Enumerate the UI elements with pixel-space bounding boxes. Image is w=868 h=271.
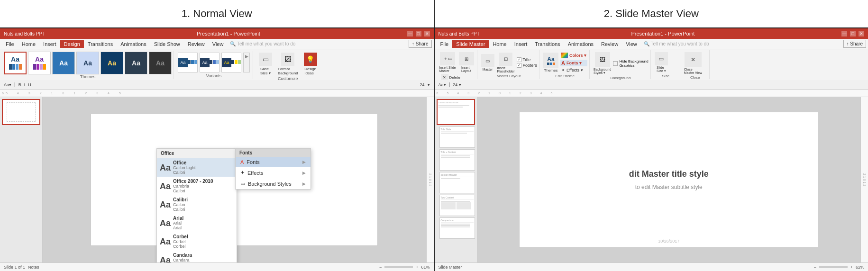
sm-tab-view[interactable]: View: [622, 40, 641, 48]
submenu-bgstyles-item[interactable]: ▭ Background Styles ▶: [236, 178, 311, 189]
variant-colors[interactable]: ▶: [243, 53, 250, 72]
slide-area-left: 1 Office Aa Office: [0, 97, 434, 262]
effects-icon-sm: ✦: [561, 68, 565, 72]
close-btn-left[interactable]: ✕: [424, 31, 430, 36]
hide-background-checkbox[interactable]: Hide BackgroundGraphics: [613, 59, 648, 68]
zoom-in-btn-left[interactable]: +: [416, 265, 418, 270]
share-btn-left[interactable]: ↑ Share: [409, 40, 431, 48]
titlebar-right: Nuts and Bolts PPT Presentation1 - Power…: [435, 28, 868, 39]
tab-slideshow-left[interactable]: Slide Show: [150, 40, 184, 48]
submenu-effects-item[interactable]: ✦ Effects ▶: [236, 167, 311, 178]
sm-slide-master-thumb[interactable]: Click to edit Master title: [437, 99, 475, 125]
font-item-office[interactable]: Aa Office Calibri Light Calibri: [157, 158, 237, 177]
edit-theme-label: Edit Theme: [542, 74, 587, 78]
font-item-calibri[interactable]: Aa Calibri Calibri Calibri: [157, 195, 237, 214]
close-master-view-btn[interactable]: ✕ CloseMaster View: [683, 51, 703, 75]
variants-items: Aa Aa: [178, 52, 250, 73]
sm-master-title[interactable]: dit Master title style: [629, 169, 709, 179]
tab-design-left[interactable]: Design: [60, 40, 84, 48]
tab-transitions-left[interactable]: Transitions: [84, 40, 117, 48]
zoom-out-btn-left[interactable]: −: [379, 265, 382, 270]
theme-5[interactable]: Aa: [101, 52, 123, 74]
sm-share-btn[interactable]: ↑ Share: [843, 40, 866, 48]
footers-checkbox[interactable]: ✓ Footers: [517, 63, 538, 68]
close-label-sm: Close: [683, 75, 707, 80]
sm-layout-thumb-1[interactable]: Title Slide: [439, 126, 475, 148]
theme-dark[interactable]: Aa: [149, 52, 172, 74]
theme-4[interactable]: Aa: [76, 52, 99, 74]
fonts-icon-sm: A: [561, 60, 565, 66]
colors-fonts-group: Colors ▾ A Fonts ▾ ✦ Effects ▾: [560, 52, 587, 73]
font-item-candara[interactable]: Aa Candara Candara Candara: [157, 251, 237, 262]
sm-zoom-out-btn[interactable]: −: [813, 265, 816, 270]
tab-home-left[interactable]: Home: [18, 40, 39, 48]
theme-2[interactable]: Aa: [28, 52, 51, 74]
title-checkbox[interactable]: ✓ Title: [517, 57, 538, 62]
maximize-btn-left[interactable]: □: [416, 31, 421, 36]
slide-size-icon-sm: ▭: [655, 52, 668, 65]
sm-layout-thumb-5[interactable]: Comparison: [439, 217, 475, 239]
tab-file-left[interactable]: File: [2, 40, 18, 48]
slide-thumb-1[interactable]: [2, 99, 40, 125]
fonts-btn-sm[interactable]: A Fonts ▾: [560, 60, 587, 66]
minimize-btn-left[interactable]: —: [407, 31, 413, 36]
sm-layout-thumb-2[interactable]: Title + Content: [439, 149, 475, 171]
background-styles-btn[interactable]: 🖼 BackgroundStyles ▾: [593, 51, 612, 76]
sm-tab-review[interactable]: Review: [597, 40, 622, 48]
theme-3[interactable]: Aa: [52, 52, 75, 74]
slide-size-btn[interactable]: ▭ SlideSize ▾: [257, 52, 274, 76]
variant-3[interactable]: Aa: [221, 53, 241, 72]
close-btn-right[interactable]: ✕: [859, 31, 864, 36]
format-background-btn[interactable]: 🖼 FormatBackground: [276, 52, 300, 76]
submenu-fonts-item[interactable]: A Fonts ▶: [236, 157, 311, 167]
sm-slide-panel: Click to edit Master title Title Slide: [435, 97, 477, 262]
colors-icon-sm: [561, 53, 568, 58]
themes-btn-sm[interactable]: Aa Themes: [542, 52, 559, 73]
ruler-left: 6 5 4 3 2 1 0 1 2 3 4 5: [0, 90, 434, 97]
sm-tab-file[interactable]: File: [437, 40, 453, 48]
insert-slide-master-btn[interactable]: ＋▭ Insert SlideMaster: [439, 51, 457, 73]
sm-search[interactable]: 🔍 Tell me what you want to do: [641, 41, 843, 46]
effects-btn-sm[interactable]: ✦ Effects ▾: [560, 67, 587, 73]
zoom-area-left: − + 61%: [379, 265, 430, 270]
tab-view-left[interactable]: View: [209, 40, 228, 48]
tab-review-left[interactable]: Review: [184, 40, 209, 48]
sm-tab-animations[interactable]: Animations: [564, 40, 597, 48]
title-checkbox-box: ✓: [517, 57, 521, 62]
brand-left: Nuts and Bolts PPT: [4, 31, 45, 36]
sm-tab-insert[interactable]: Insert: [511, 40, 531, 48]
tab-animations-left[interactable]: Animations: [117, 40, 150, 48]
zoom-slider-left[interactable]: [384, 266, 413, 268]
tab-insert-left[interactable]: Insert: [39, 40, 60, 48]
design-ideas-btn[interactable]: 💡 DesignIdeas: [302, 52, 319, 76]
sm-zoom-in-btn[interactable]: +: [850, 265, 853, 270]
customize-group-left: ▭ SlideSize ▾ 🖼 FormatBackground 💡 Desig…: [254, 51, 322, 79]
colors-btn-sm[interactable]: Colors ▾: [560, 52, 587, 59]
font-item-arial[interactable]: Aa Arial Arial Arial: [157, 214, 237, 232]
master-btn[interactable]: ▭ Master: [480, 53, 495, 72]
delete-btn[interactable]: ✕ Delete: [440, 73, 475, 80]
slide-size-btn-sm[interactable]: ▭ SlideSize ▾: [654, 51, 669, 74]
sm-tab-transitions[interactable]: Transitions: [531, 40, 564, 48]
ribbon-search-left[interactable]: 🔍 Tell me what you want to do: [227, 41, 409, 47]
sm-tab-home[interactable]: Home: [489, 40, 510, 48]
theme-6[interactable]: Aa: [125, 52, 147, 74]
insert-placeholder-btn[interactable]: ⊡ InsertPlaceholder: [496, 52, 516, 74]
sm-ribbon-content: ＋▭ Insert SlideMaster ⊞ InsertLayout ✕ D…: [435, 49, 868, 80]
sm-master-subtitle[interactable]: to edit Master subtitle style: [635, 184, 703, 190]
slide-1-container: 1: [2, 99, 40, 125]
sm-layout-thumb-3[interactable]: Section Header: [439, 172, 475, 193]
edit-theme-btns: Aa Themes: [542, 51, 587, 74]
notes-btn-left[interactable]: Notes: [28, 265, 39, 270]
sm-zoom-slider[interactable]: [819, 266, 848, 268]
variant-1[interactable]: Aa: [178, 53, 198, 72]
sm-tab-slidemaster[interactable]: Slide Master: [452, 40, 489, 48]
minimize-btn-right[interactable]: —: [841, 31, 847, 36]
font-item-office2007[interactable]: Aa Office 2007 - 2010 Cambria Calibri: [157, 177, 237, 195]
insert-layout-btn[interactable]: ⊞ InsertLayout: [458, 51, 475, 73]
variant-2[interactable]: Aa: [200, 53, 219, 72]
sm-layout-thumb-4[interactable]: Two Content: [439, 195, 475, 216]
maximize-btn-right[interactable]: □: [850, 31, 856, 36]
theme-office[interactable]: Aa: [4, 52, 27, 74]
font-item-corbel[interactable]: Aa Corbel Corbel Corbel: [157, 232, 237, 251]
